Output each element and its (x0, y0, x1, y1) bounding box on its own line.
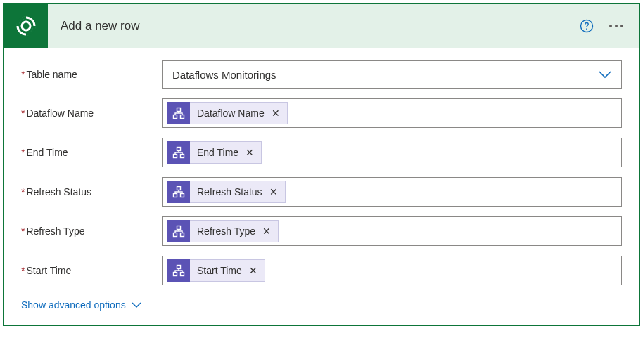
token-refresh-status[interactable]: Refresh Status ✕ (167, 181, 286, 203)
end-time-input[interactable]: End Time ✕ (162, 138, 622, 167)
chevron-down-icon (599, 70, 611, 79)
token-label: Refresh Status (196, 186, 262, 197)
row-table-name: *Table name Dataflows Monitorings (21, 60, 622, 89)
remove-token-icon[interactable]: ✕ (268, 186, 279, 197)
remove-token-icon[interactable]: ✕ (261, 226, 272, 237)
svg-rect-11 (174, 194, 177, 197)
label-refresh-type: *Refresh Type (21, 226, 162, 237)
token-label: End Time (196, 147, 238, 158)
token-label: Start Time (196, 265, 242, 276)
remove-token-icon[interactable]: ✕ (248, 265, 259, 276)
action-card: Add a new row *Table name Dataflows Moni… (3, 3, 640, 326)
label-refresh-status: *Refresh Status (21, 186, 162, 197)
refresh-status-input[interactable]: Refresh Status ✕ (162, 177, 622, 207)
svg-rect-9 (181, 155, 184, 158)
label-start-time: *Start Time (21, 265, 162, 276)
row-end-time: *End Time End Time ✕ (21, 138, 622, 167)
label-dataflow-name: *Dataflow Name (21, 108, 162, 119)
dynamic-content-icon (167, 102, 190, 124)
svg-rect-7 (177, 148, 181, 151)
dynamic-content-icon (167, 141, 190, 164)
card-header: Add a new row (4, 4, 639, 48)
show-advanced-options[interactable]: Show advanced options (21, 299, 141, 311)
svg-rect-18 (181, 273, 184, 276)
svg-rect-10 (177, 187, 181, 190)
chevron-down-icon (132, 301, 141, 308)
dataflow-name-input[interactable]: Dataflow Name ✕ (162, 98, 622, 128)
table-name-select[interactable]: Dataflows Monitorings (162, 60, 622, 89)
svg-rect-4 (177, 108, 181, 112)
svg-rect-14 (174, 233, 177, 237)
refresh-type-input[interactable]: Refresh Type ✕ (162, 216, 622, 246)
token-label: Dataflow Name (196, 108, 265, 119)
svg-rect-16 (177, 266, 181, 269)
svg-rect-15 (181, 233, 184, 237)
token-dataflow-name[interactable]: Dataflow Name ✕ (167, 102, 288, 124)
remove-token-icon[interactable]: ✕ (270, 108, 281, 119)
label-end-time: *End Time (21, 147, 162, 158)
svg-point-1 (22, 22, 30, 30)
row-refresh-type: *Refresh Type Refresh Type ✕ (21, 216, 622, 246)
svg-rect-13 (177, 226, 181, 230)
svg-rect-12 (181, 194, 184, 197)
remove-token-icon[interactable]: ✕ (244, 147, 255, 158)
row-dataflow-name: *Dataflow Name Dataflow Name ✕ (21, 98, 622, 128)
label-table-name: *Table name (21, 69, 162, 80)
dynamic-content-icon (167, 259, 190, 282)
connector-icon (4, 4, 48, 48)
header-actions (580, 19, 630, 33)
token-refresh-type[interactable]: Refresh Type ✕ (167, 220, 279, 242)
svg-rect-8 (174, 155, 177, 158)
token-end-time[interactable]: End Time ✕ (167, 141, 262, 164)
svg-rect-17 (174, 273, 177, 276)
svg-rect-6 (181, 115, 184, 119)
dynamic-content-icon (167, 181, 190, 203)
token-label: Refresh Type (196, 226, 255, 237)
card-body: *Table name Dataflows Monitorings *Dataf… (4, 48, 639, 325)
row-refresh-status: *Refresh Status Refresh Status ✕ (21, 177, 622, 207)
card-title: Add a new row (48, 19, 580, 33)
svg-rect-5 (174, 115, 177, 119)
more-icon[interactable] (606, 22, 626, 30)
svg-point-3 (586, 28, 587, 30)
table-name-value: Dataflows Monitorings (172, 69, 599, 81)
token-start-time[interactable]: Start Time ✕ (167, 259, 265, 282)
advanced-label: Show advanced options (21, 299, 126, 311)
start-time-input[interactable]: Start Time ✕ (162, 256, 622, 285)
help-icon[interactable] (580, 19, 594, 33)
dynamic-content-icon (167, 220, 190, 242)
row-start-time: *Start Time Start Time ✕ (21, 256, 622, 285)
